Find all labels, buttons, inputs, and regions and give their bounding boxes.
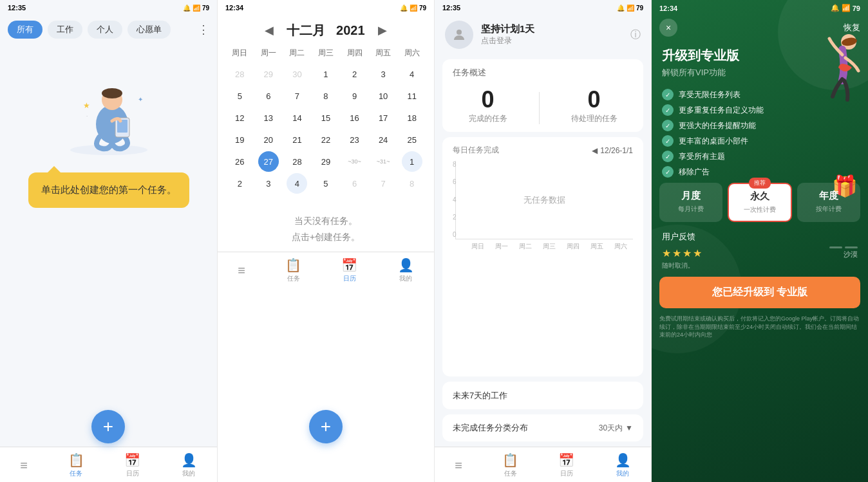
cal-day-30-wave[interactable]: ~30~: [344, 151, 365, 172]
stats-card-title: 任务概述: [453, 67, 633, 79]
cal-day-3[interactable]: 3: [373, 64, 393, 84]
task-dist-filter[interactable]: 30天内 ▼: [599, 423, 633, 434]
cal-day-7[interactable]: 7: [287, 86, 307, 106]
filter-personal[interactable]: 个人: [88, 21, 122, 39]
cal-day-24[interactable]: 24: [373, 129, 393, 150]
weekday-5: 周五: [369, 45, 398, 61]
cal-day-28p[interactable]: 28: [229, 64, 250, 84]
cal-day-16[interactable]: 16: [344, 107, 365, 128]
chart-range[interactable]: ◀ 12/26-1/1: [592, 146, 633, 155]
cal-day-8[interactable]: 8: [316, 86, 336, 106]
filter-wishlist[interactable]: 心愿单: [127, 21, 171, 39]
cal-day-8-next[interactable]: 8: [402, 173, 422, 194]
cal-day-1-next[interactable]: 1: [402, 151, 422, 172]
cal-day-7-next[interactable]: 7: [373, 173, 393, 194]
pricing-lifetime-label: 永久: [733, 190, 787, 203]
nav-menu-2[interactable]: ≡: [232, 262, 250, 279]
cal-day-27-today[interactable]: 27: [258, 151, 279, 172]
cal-day-25[interactable]: 25: [402, 129, 422, 150]
fab-add-task-2[interactable]: +: [309, 410, 343, 443]
nav-profile-1[interactable]: 👤 我的: [176, 451, 202, 479]
user-sub[interactable]: 点击登录: [481, 35, 623, 46]
no-task-message: 当天没有任务。 点击+创建任务。: [218, 194, 434, 252]
status-icons-4: 🔔 📶 79: [831, 4, 860, 12]
cal-day-1[interactable]: 1: [316, 64, 336, 84]
panel1-content: ★ ✦ · 单击此处创建您的第一个任务。: [0, 44, 217, 447]
cal-day-2-next[interactable]: 2: [229, 173, 250, 194]
fab-add-task[interactable]: +: [91, 410, 125, 443]
status-icons-3: 🔔 📶 79: [617, 5, 643, 12]
upcoming-title: 未来7天的工作: [453, 391, 507, 400]
cal-day-31-wave[interactable]: ~31~: [373, 151, 393, 172]
cal-day-2[interactable]: 2: [344, 64, 365, 84]
weekday-3: 周三: [312, 45, 341, 61]
cal-day-4-selected[interactable]: 4: [287, 173, 307, 194]
cal-day-5[interactable]: 5: [229, 86, 250, 106]
status-time-4: 12:34: [659, 5, 677, 12]
cal-day-20[interactable]: 20: [258, 129, 279, 150]
cal-day-21[interactable]: 21: [287, 129, 307, 150]
dot-2: [845, 246, 858, 248]
cal-day-22[interactable]: 22: [316, 129, 336, 150]
create-task-tooltip[interactable]: 单击此处创建您的第一个任务。: [28, 172, 189, 208]
cal-day-15[interactable]: 15: [316, 107, 336, 128]
feedback-author: 沙漠: [844, 250, 858, 259]
recommended-badge: 推荐: [749, 178, 771, 189]
cal-day-30p[interactable]: 30: [287, 64, 307, 84]
nav-tasks-3[interactable]: 📋 任务: [497, 451, 524, 479]
cal-day-12[interactable]: 12: [229, 107, 250, 128]
cal-day-3-next[interactable]: 3: [258, 173, 279, 194]
nav-tasks-1[interactable]: 📋 任务: [63, 451, 90, 479]
stat-divider: [539, 92, 540, 124]
empty-illustration: ★ ✦ ·: [44, 57, 173, 160]
filter-all[interactable]: 所有: [8, 21, 42, 39]
nav-tasks-2[interactable]: 📋 任务: [280, 256, 307, 284]
cal-day-17[interactable]: 17: [373, 107, 393, 128]
cal-day-6[interactable]: 6: [258, 86, 279, 106]
cal-prev[interactable]: ◀: [259, 21, 279, 40]
nav-profile-label-3: 我的: [616, 469, 629, 478]
more-options-icon[interactable]: ⋮: [198, 23, 209, 37]
cal-day-9[interactable]: 9: [344, 86, 365, 106]
cal-day-19[interactable]: 19: [229, 129, 250, 150]
status-bar-4: 12:34 🔔 📶 79: [652, 0, 868, 16]
cal-day-5-next[interactable]: 5: [316, 173, 336, 194]
pricing-lifetime[interactable]: 推荐 永久 一次性计费: [728, 183, 792, 222]
cal-day-26[interactable]: 26: [229, 151, 250, 172]
cal-day-4[interactable]: 4: [402, 64, 422, 84]
feature-check-0: ✓: [662, 89, 674, 100]
nav-profile-3[interactable]: 👤 我的: [610, 451, 636, 479]
close-button[interactable]: ×: [659, 19, 677, 37]
cal-day-11[interactable]: 11: [402, 86, 422, 106]
cal-day-29p[interactable]: 29: [258, 64, 279, 84]
cal-day-14[interactable]: 14: [287, 107, 307, 128]
nav-profile-2[interactable]: 👤 我的: [393, 256, 419, 284]
chart-range-prev[interactable]: ◀: [592, 146, 598, 155]
cal-day-13[interactable]: 13: [258, 107, 279, 128]
filter-work[interactable]: 工作: [48, 21, 82, 39]
user-avatar[interactable]: [445, 21, 473, 49]
upcoming-work[interactable]: 未来7天的工作: [442, 382, 643, 409]
cal-day-10[interactable]: 10: [373, 86, 393, 106]
cal-day-6-next[interactable]: 6: [344, 173, 365, 194]
info-icon[interactable]: ⓘ: [630, 28, 641, 42]
cal-day-29[interactable]: 29: [316, 151, 336, 172]
nav-menu-3[interactable]: ≡: [449, 457, 467, 474]
status-time-1: 12:35: [8, 4, 26, 12]
pricing-yearly-label: 年度: [802, 190, 856, 202]
pricing-yearly[interactable]: 年度 按年计费: [797, 183, 860, 222]
nav-menu-1[interactable]: ≡: [15, 457, 33, 474]
nav-calendar-2[interactable]: 📅 日历: [336, 256, 363, 284]
upgrade-button[interactable]: 您已经升级到 专业版: [659, 277, 860, 308]
panel-calendar: 12:34 🔔 📶 79 ◀ 十二月 2021 ▶ 周日 周一 周二 周三 周四…: [217, 0, 434, 482]
cal-day-18[interactable]: 18: [402, 107, 422, 128]
nav-calendar-1[interactable]: 📅 日历: [119, 451, 146, 479]
stats-card: 任务概述 0 完成的任务 0 待处理的任务: [442, 59, 643, 132]
feedback-meta: 沙漠: [829, 246, 858, 259]
cal-day-28[interactable]: 28: [287, 151, 307, 172]
pricing-monthly[interactable]: 月度 每月计费: [659, 183, 722, 222]
cal-day-23[interactable]: 23: [344, 129, 365, 150]
cal-next[interactable]: ▶: [373, 21, 392, 40]
status-icons-1: 🔔 📶 79: [183, 5, 209, 12]
nav-calendar-3[interactable]: 📅 日历: [553, 451, 580, 479]
